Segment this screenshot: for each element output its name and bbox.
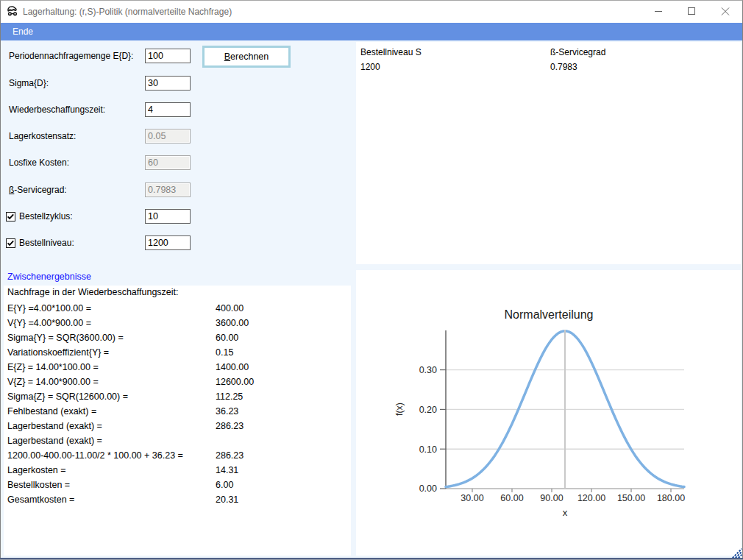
svg-text:150.00: 150.00 <box>617 493 645 503</box>
svg-text:120.00: 120.00 <box>577 493 605 503</box>
svg-text:0.10: 0.10 <box>419 444 437 455</box>
svg-text:90.00: 90.00 <box>540 493 563 503</box>
svg-text:x: x <box>563 507 568 518</box>
svg-text:Normalverteilung: Normalverteilung <box>505 308 594 321</box>
svg-text:180.00: 180.00 <box>657 493 685 503</box>
svg-text:0.20: 0.20 <box>419 405 437 415</box>
svg-text:f(x): f(x) <box>394 403 405 416</box>
svg-text:0.00: 0.00 <box>419 483 437 494</box>
svg-text:60.00: 60.00 <box>500 493 523 503</box>
svg-text:30.00: 30.00 <box>461 493 483 503</box>
svg-text:0.30: 0.30 <box>419 365 437 375</box>
